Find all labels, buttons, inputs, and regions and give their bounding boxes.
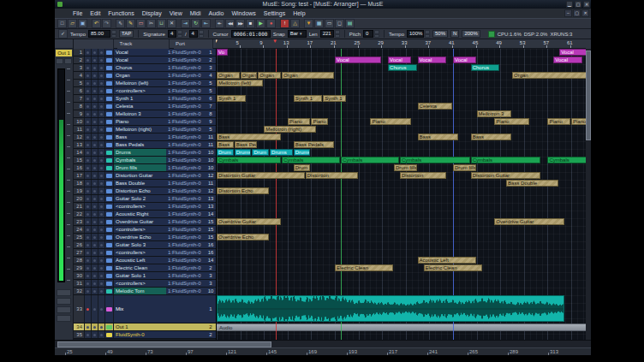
song-overview-ruler[interactable]: 25497397121145169193217241265289313 bbox=[55, 347, 591, 355]
track-row[interactable]: 11Mellotron (right)1:FluidSynth-05 bbox=[74, 126, 216, 134]
solo-indicator[interactable] bbox=[98, 103, 105, 110]
solo-indicator[interactable] bbox=[98, 80, 105, 86]
track-row[interactable]: 2Vocal1:FluidSynth-02 bbox=[74, 56, 216, 64]
track-channel[interactable]: 2 bbox=[206, 323, 216, 330]
track-port[interactable]: 1:FluidSynth-0 bbox=[166, 288, 206, 294]
track-port[interactable]: 1:FluidSynth-0 bbox=[166, 257, 206, 264]
record-indicator[interactable] bbox=[85, 272, 92, 279]
record-indicator[interactable] bbox=[85, 226, 92, 233]
tempo-value[interactable]: 85.00 bbox=[88, 30, 110, 38]
part[interactable]: Organ bbox=[258, 72, 281, 79]
record-icon[interactable]: ● bbox=[266, 19, 276, 28]
signature-numerator-spinner[interactable] bbox=[177, 30, 182, 38]
part[interactable]: Drums bbox=[235, 149, 252, 156]
minimize-button[interactable]: ▁ bbox=[566, 1, 573, 8]
record-indicator[interactable] bbox=[85, 249, 92, 256]
mute-indicator[interactable] bbox=[92, 118, 98, 125]
punch-in-icon[interactable]: ⇥ bbox=[181, 19, 190, 28]
part[interactable]: Vocal bbox=[335, 56, 381, 63]
rewind-icon[interactable]: ◀◀ bbox=[225, 19, 235, 28]
track-port[interactable]: 1:FluidSynth-0 bbox=[166, 126, 206, 133]
record-indicator[interactable] bbox=[85, 280, 92, 287]
part[interactable]: Overdrive Echo bbox=[217, 234, 269, 240]
track-port[interactable]: 1:FluidSynth-0 bbox=[166, 118, 206, 125]
track-port[interactable]: 1:FluidSynth-0 bbox=[166, 195, 206, 202]
mixer-window-icon[interactable]: ▦ bbox=[314, 19, 324, 28]
record-indicator[interactable] bbox=[85, 164, 92, 171]
track-channel[interactable]: 11 bbox=[206, 141, 216, 148]
menu-windows[interactable]: Windows bbox=[231, 9, 255, 18]
part[interactable]: Piano bbox=[571, 118, 586, 125]
part[interactable]: Synth 1 bbox=[217, 95, 246, 102]
part[interactable]: Mellotron 3 bbox=[477, 110, 511, 117]
track-row[interactable]: 7Synth 11:FluidSynth-06 bbox=[74, 95, 216, 103]
track-port[interactable]: 1:FluidSynth-0 bbox=[166, 187, 206, 194]
mute-indicator[interactable] bbox=[92, 323, 98, 330]
mute-indicator[interactable] bbox=[92, 187, 98, 194]
track-port[interactable]: 1:FluidSynth-0 bbox=[166, 110, 206, 117]
mute-indicator[interactable] bbox=[92, 87, 98, 94]
track-row[interactable]: 5Mellotron (left)1:FluidSynth-05 bbox=[74, 80, 216, 87]
part[interactable]: Vocal bbox=[453, 56, 476, 63]
mute-indicator[interactable] bbox=[92, 164, 98, 171]
track-row[interactable]: 17Distortion Guitar1:FluidSynth-012 bbox=[74, 172, 216, 180]
part[interactable]: Organ bbox=[241, 72, 258, 79]
mute-indicator[interactable] bbox=[92, 141, 98, 148]
mute-indicator[interactable] bbox=[92, 226, 98, 233]
solo-indicator[interactable] bbox=[98, 249, 105, 256]
record-indicator[interactable] bbox=[85, 118, 92, 125]
part[interactable]: Organ bbox=[512, 72, 586, 79]
mute-indicator[interactable] bbox=[92, 234, 98, 240]
track-row[interactable]: 34Out 12 bbox=[74, 323, 216, 331]
part[interactable]: Cymbals bbox=[471, 157, 541, 163]
track-channel[interactable]: 12 bbox=[206, 172, 216, 179]
track-channel[interactable]: 10 bbox=[206, 157, 216, 163]
track-row[interactable]: 22Acoustic Right1:FluidSynth-014 bbox=[74, 211, 216, 218]
track-channel[interactable]: 8 bbox=[206, 110, 216, 117]
mute-indicator[interactable] bbox=[92, 241, 98, 248]
track-row[interactable]: 33Mix1 bbox=[74, 295, 216, 323]
mute-indicator[interactable] bbox=[92, 64, 98, 71]
mute-indicator[interactable] bbox=[92, 264, 98, 271]
track-row[interactable]: 24<controllers>1:FluidSynth-015 bbox=[74, 226, 216, 234]
horizontal-scrollbar[interactable] bbox=[55, 340, 591, 347]
track-channel[interactable]: 12 bbox=[206, 187, 216, 194]
track-channel[interactable]: 13 bbox=[206, 195, 216, 202]
track-row[interactable]: 8Celesta1:FluidSynth-07 bbox=[74, 103, 216, 110]
strip-config-button[interactable] bbox=[56, 58, 63, 64]
vertical-scrollbar-thumb[interactable] bbox=[586, 50, 591, 140]
part[interactable]: Vo bbox=[217, 49, 228, 56]
transport-window-icon[interactable]: ▭ bbox=[325, 19, 334, 28]
track-port[interactable]: 1:FluidSynth-0 bbox=[166, 264, 206, 271]
part[interactable]: Distortion bbox=[306, 172, 358, 179]
part[interactable]: Cymbals bbox=[217, 157, 281, 163]
track-channel[interactable]: 15 bbox=[206, 226, 216, 233]
part[interactable]: Bass Pedals bbox=[294, 141, 334, 148]
track-row[interactable]: 25Overdrive Echo1:FluidSynth-015 bbox=[74, 234, 216, 241]
play-icon[interactable]: ▶ bbox=[256, 19, 265, 28]
horizontal-scrollbar-thumb[interactable] bbox=[57, 341, 271, 347]
mute-indicator[interactable] bbox=[92, 280, 98, 287]
mute-indicator[interactable] bbox=[92, 257, 98, 264]
solo-indicator[interactable] bbox=[98, 110, 105, 117]
vertical-scrollbar[interactable] bbox=[586, 49, 591, 340]
track-channel[interactable]: 16 bbox=[206, 241, 216, 248]
len-spinner[interactable] bbox=[335, 30, 340, 38]
mdi-restore-icon[interactable]: ▢ bbox=[573, 9, 581, 17]
mute-indicator[interactable] bbox=[92, 272, 98, 279]
track-channel[interactable]: 2 bbox=[206, 331, 216, 338]
track-port[interactable]: 1:FluidSynth-0 bbox=[166, 241, 206, 248]
solo-indicator[interactable] bbox=[98, 141, 105, 148]
loop-icon[interactable]: ↻ bbox=[191, 19, 200, 28]
marker-icon[interactable]: ▼ bbox=[304, 19, 313, 28]
track-row[interactable]: 18Bass Double1:FluidSynth-011 bbox=[74, 180, 216, 187]
part[interactable]: Cymbals bbox=[400, 157, 470, 163]
undo-icon[interactable]: ↶ bbox=[92, 19, 101, 28]
tracklist-header-track[interactable]: Track bbox=[117, 39, 170, 49]
part[interactable] bbox=[217, 295, 564, 322]
mute-indicator[interactable] bbox=[92, 56, 98, 63]
track-channel[interactable]: 4 bbox=[206, 72, 216, 79]
part[interactable]: Celesta bbox=[418, 103, 452, 110]
part[interactable]: Piano bbox=[370, 118, 410, 125]
solo-indicator[interactable] bbox=[98, 164, 105, 171]
